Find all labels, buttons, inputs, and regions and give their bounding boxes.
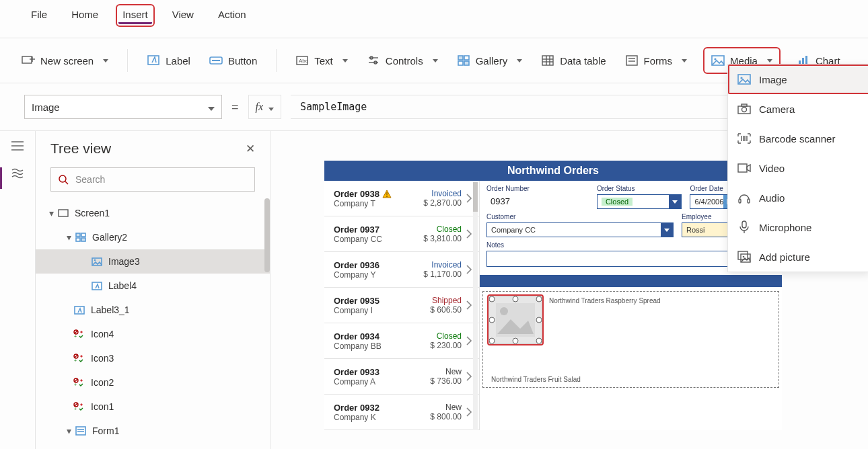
property-select[interactable]: Image bbox=[24, 95, 222, 119]
menu-item-add-picture[interactable]: Add picture bbox=[728, 242, 868, 272]
company-name: Company K bbox=[334, 413, 406, 422]
label-button[interactable]: Label bbox=[147, 54, 190, 67]
screen-plus-icon bbox=[22, 54, 35, 67]
scrollbar[interactable] bbox=[264, 198, 270, 272]
tab-insert[interactable]: Insert bbox=[118, 7, 152, 24]
data-table-button[interactable]: Data table bbox=[541, 54, 606, 67]
menu-item-image[interactable]: Image bbox=[728, 65, 868, 94]
svg-rect-16 bbox=[542, 56, 553, 65]
audio-icon bbox=[737, 191, 751, 204]
chevron-right-icon[interactable] bbox=[466, 335, 472, 346]
chevron-right-icon[interactable] bbox=[466, 407, 472, 417]
order-items-gallery[interactable]: Northwind Traders Raspberry Spread North… bbox=[482, 291, 779, 388]
order-gallery[interactable]: Order 0938Company TInvoiced$ 2,870.00Ord… bbox=[324, 181, 479, 430]
svg-text:+: + bbox=[74, 334, 77, 339]
button-icon bbox=[209, 54, 223, 67]
new-screen-button[interactable]: New screen bbox=[22, 54, 108, 67]
order-status-combo[interactable]: Closed bbox=[597, 194, 682, 209]
tree-node-label3-1[interactable]: Label3_1 bbox=[36, 298, 270, 322]
tree-label: Image3 bbox=[108, 256, 140, 267]
controls-dropdown[interactable]: Controls bbox=[367, 54, 438, 67]
gallery-dropdown[interactable]: Gallery bbox=[457, 54, 523, 67]
menu-item-audio[interactable]: Audio bbox=[728, 183, 868, 212]
order-row[interactable]: Order 0932Company KNew$ 800.00 bbox=[324, 395, 479, 430]
tree-node-label4[interactable]: Label4 bbox=[36, 274, 270, 298]
svg-text:+: + bbox=[74, 358, 77, 363]
caret-icon[interactable] bbox=[48, 208, 55, 218]
svg-rect-35 bbox=[76, 233, 80, 237]
tab-file[interactable]: File bbox=[27, 7, 51, 22]
order-row[interactable]: Order 0938Company TInvoiced$ 2,870.00 bbox=[324, 181, 479, 216]
chevron-right-icon[interactable] bbox=[466, 193, 472, 204]
order-row[interactable]: Order 0937Company CCClosed$ 3,810.00 bbox=[324, 216, 479, 252]
tree-label: Icon4 bbox=[91, 329, 114, 339]
table-icon bbox=[541, 54, 554, 67]
tree-label: Form1 bbox=[92, 425, 119, 436]
tree-label: Gallery2 bbox=[92, 232, 127, 243]
tab-action[interactable]: Action bbox=[214, 7, 250, 22]
svg-rect-15 bbox=[464, 61, 469, 65]
tree-view-rail-button[interactable] bbox=[0, 167, 35, 189]
menu-item-microphone[interactable]: Microphone bbox=[728, 212, 868, 242]
fx-button[interactable]: fx bbox=[248, 95, 282, 119]
caret-icon[interactable] bbox=[65, 425, 72, 436]
svg-point-71 bbox=[489, 317, 495, 323]
tree-node-icon2[interactable]: + Icon2 bbox=[36, 370, 270, 395]
chevron-right-icon[interactable] bbox=[466, 300, 472, 311]
order-amount: $ 606.50 bbox=[410, 305, 462, 315]
close-icon[interactable]: ✕ bbox=[246, 142, 255, 156]
ribbon-separator bbox=[127, 49, 128, 72]
tab-view[interactable]: View bbox=[168, 7, 198, 22]
item-name: Northwind Traders Fruit Salad bbox=[491, 376, 581, 383]
ribbon-datatable-text: Data table bbox=[560, 55, 606, 67]
chevron-right-icon[interactable] bbox=[466, 371, 472, 382]
scrollbar[interactable] bbox=[473, 182, 478, 429]
tree-label: Label3_1 bbox=[91, 304, 130, 315]
property-select-value: Image bbox=[32, 101, 60, 113]
button-button[interactable]: Button bbox=[209, 54, 257, 67]
svg-text:+: + bbox=[74, 382, 77, 387]
order-status: Closed bbox=[410, 225, 462, 234]
tree-node-screen1[interactable]: Screen1 bbox=[36, 201, 270, 225]
search-placeholder: Search bbox=[75, 174, 105, 185]
camera-icon bbox=[737, 102, 751, 116]
microphone-icon bbox=[737, 220, 751, 234]
caret-icon[interactable] bbox=[65, 232, 72, 243]
tree-node-image3[interactable]: Image3 bbox=[36, 249, 270, 274]
app-title-bar: Northwind Orders bbox=[324, 161, 782, 181]
menu-item-video[interactable]: Video bbox=[728, 153, 868, 183]
ribbon-gallery-text: Gallery bbox=[476, 55, 508, 67]
hamburger-button[interactable] bbox=[0, 140, 35, 151]
search-input[interactable]: Search bbox=[50, 167, 255, 192]
svg-rect-13 bbox=[464, 56, 469, 60]
tree-node-gallery2[interactable]: Gallery2 bbox=[36, 225, 270, 249]
order-status: Shipped bbox=[410, 296, 462, 305]
text-dropdown[interactable]: Abc Text bbox=[295, 54, 348, 67]
field-label: Customer bbox=[486, 213, 674, 220]
svg-point-72 bbox=[536, 317, 542, 323]
icons-icon: + bbox=[73, 352, 85, 364]
order-row[interactable]: Order 0936Company YInvoiced$ 1,170.00 bbox=[324, 252, 479, 288]
order-status: Closed bbox=[410, 331, 462, 341]
top-menu: File Home Insert View Action bbox=[0, 0, 868, 38]
chevron-right-icon[interactable] bbox=[466, 264, 472, 275]
chevron-right-icon[interactable] bbox=[466, 229, 472, 239]
customer-combo[interactable]: Company CC bbox=[486, 222, 674, 237]
image-control-selected[interactable] bbox=[489, 296, 542, 344]
tree-node-form1[interactable]: Form1 bbox=[36, 419, 270, 443]
formula-value: SampleImage bbox=[300, 101, 367, 113]
tree-node-icon3[interactable]: + Icon3 bbox=[36, 346, 270, 370]
menu-item-barcode[interactable]: Barcode scanner bbox=[728, 124, 868, 153]
order-row[interactable]: Order 0935Company IShipped$ 606.50 bbox=[324, 288, 479, 323]
tab-home[interactable]: Home bbox=[67, 7, 102, 22]
forms-dropdown[interactable]: Forms bbox=[625, 54, 688, 67]
ribbon-text-text: Text bbox=[314, 55, 333, 67]
tree-node-icon4[interactable]: + Icon4 bbox=[36, 322, 270, 346]
svg-point-32 bbox=[59, 175, 66, 182]
order-row[interactable]: Order 0934Company BBClosed$ 230.00 bbox=[324, 323, 479, 359]
order-row[interactable]: Order 0933Company ANew$ 736.00 bbox=[324, 359, 479, 395]
menu-item-camera[interactable]: Camera bbox=[728, 94, 868, 124]
image-icon bbox=[737, 73, 751, 86]
tree-node-icon1[interactable]: + Icon1 bbox=[36, 395, 270, 419]
svg-rect-38 bbox=[81, 238, 85, 241]
